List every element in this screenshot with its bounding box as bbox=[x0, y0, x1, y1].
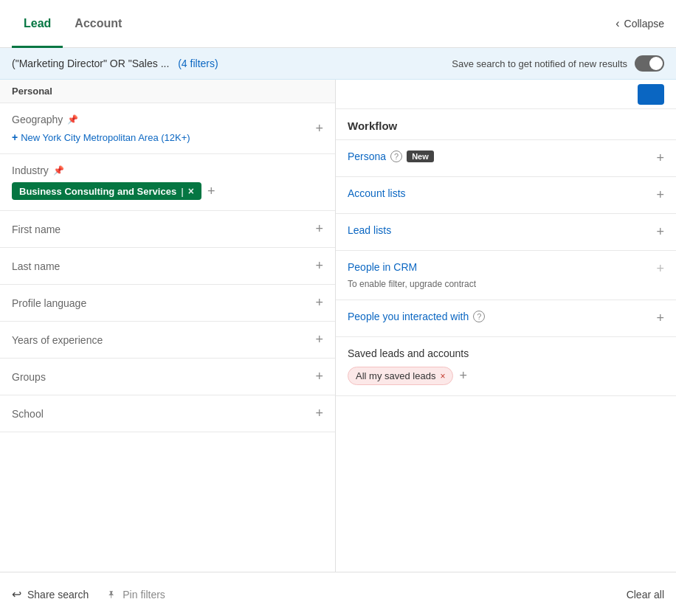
lead-lists-add-button[interactable]: + bbox=[656, 224, 664, 240]
people-in-crm-add-area: + bbox=[656, 261, 664, 277]
people-interacted-label: People you interacted with ? bbox=[348, 311, 485, 322]
industry-filter-row: Industry 📌 Business Consulting and Servi… bbox=[0, 154, 335, 211]
saved-section: Saved leads and accounts All my saved le… bbox=[336, 337, 676, 396]
persona-add-area: + bbox=[656, 150, 664, 166]
saved-add-button[interactable]: + bbox=[459, 368, 467, 384]
persona-help-icon[interactable]: ? bbox=[390, 150, 402, 162]
persona-label: Persona ? New bbox=[348, 150, 434, 162]
workflow-scroll-area[interactable]: Workflow Persona ? New + Acco bbox=[336, 109, 676, 572]
people-interacted-add-button[interactable]: + bbox=[656, 311, 664, 326]
pin-filters-icon: 🖈 bbox=[106, 589, 117, 601]
account-lists-label: Account lists bbox=[348, 187, 406, 199]
geography-value-link[interactable]: + New York City Metropolitan Area (12K+) bbox=[12, 131, 190, 143]
saved-tags-area: All my saved leads × + bbox=[348, 367, 664, 385]
personal-section-label: Personal bbox=[0, 80, 335, 103]
school-add-button[interactable]: + bbox=[315, 406, 323, 421]
save-search-toggle[interactable] bbox=[635, 55, 664, 72]
left-panel: Personal Geography 📌 + New York City Met… bbox=[0, 80, 336, 572]
share-search-label: Share search bbox=[27, 589, 89, 601]
groups-label: Groups bbox=[12, 371, 46, 383]
people-in-crm-filter-row: People in CRM To enable filter, upgrade … bbox=[336, 251, 676, 300]
right-panel: Workflow Persona ? New + Acco bbox=[336, 80, 676, 572]
main-container: Lead Account ‹ Collapse ("Marketing Dire… bbox=[0, 0, 676, 616]
last-name-label: Last name bbox=[12, 260, 60, 272]
lead-lists-add-area: + bbox=[656, 224, 664, 240]
upgrade-note-text: To enable filter, upgrade contract bbox=[348, 279, 656, 289]
persona-new-badge: New bbox=[407, 150, 434, 162]
partial-blue-button[interactable] bbox=[638, 84, 664, 105]
account-lists-add-button[interactable]: + bbox=[656, 187, 664, 203]
account-lists-filter-row: Account lists + bbox=[336, 177, 676, 214]
profile-language-label: Profile language bbox=[12, 297, 86, 309]
industry-tag: Business Consulting and Services | × bbox=[12, 182, 201, 200]
lead-lists-filter-row: Lead lists + bbox=[336, 214, 676, 251]
people-interacted-add-area: + bbox=[656, 311, 664, 326]
saved-tag-all-my-leads: All my saved leads × bbox=[348, 367, 453, 385]
geography-filter-label: Geography 📌 + New York City Metropolitan… bbox=[12, 114, 190, 143]
industry-filter-label: Industry 📌 Business Consulting and Servi… bbox=[12, 165, 215, 200]
tab-account[interactable]: Account bbox=[63, 0, 134, 48]
clear-all-button[interactable]: Clear all bbox=[627, 589, 664, 601]
first-name-filter-row: First name + bbox=[0, 211, 335, 248]
save-search-label: Save search to get notified of new resul… bbox=[452, 58, 627, 69]
school-label: School bbox=[12, 408, 44, 420]
top-partial-area bbox=[336, 80, 676, 109]
years-experience-filter-row: Years of experience + bbox=[0, 322, 335, 359]
people-in-crm-content: People in CRM To enable filter, upgrade … bbox=[348, 261, 656, 289]
industry-pin-icon: 📌 bbox=[53, 165, 64, 176]
geography-pin-icon: 📌 bbox=[67, 114, 78, 125]
people-in-crm-add-button: + bbox=[656, 261, 664, 277]
geography-add-button[interactable]: + bbox=[315, 121, 323, 136]
profile-language-add-button[interactable]: + bbox=[315, 295, 323, 311]
interacted-help-icon[interactable]: ? bbox=[473, 311, 485, 322]
groups-add-button[interactable]: + bbox=[315, 369, 323, 384]
last-name-filter-row: Last name + bbox=[0, 248, 335, 285]
years-experience-label: Years of experience bbox=[12, 334, 103, 346]
saved-section-title: Saved leads and accounts bbox=[348, 347, 664, 359]
persona-add-button[interactable]: + bbox=[656, 150, 664, 166]
share-search-icon: ↩ bbox=[12, 587, 21, 601]
lead-lists-label: Lead lists bbox=[348, 224, 391, 236]
filter-count-badge: (4 filters) bbox=[178, 58, 218, 69]
people-interacted-filter-row: People you interacted with ? + bbox=[336, 300, 676, 337]
school-filter-row: School + bbox=[0, 395, 335, 432]
tabs-header: Lead Account ‹ Collapse bbox=[0, 0, 676, 48]
account-lists-add-area: + bbox=[656, 187, 664, 203]
pin-filters-label: Pin filters bbox=[123, 589, 165, 601]
profile-language-filter-row: Profile language + bbox=[0, 285, 335, 322]
last-name-add-button[interactable]: + bbox=[315, 258, 323, 274]
content-area: Personal Geography 📌 + New York City Met… bbox=[0, 80, 676, 572]
groups-filter-row: Groups + bbox=[0, 359, 335, 395]
chevron-left-icon: ‹ bbox=[615, 17, 619, 30]
people-in-crm-label: People in CRM bbox=[348, 261, 656, 273]
search-bar: ("Marketing Director" OR "Sales ... (4 f… bbox=[0, 48, 676, 80]
workflow-section-header: Workflow bbox=[336, 109, 676, 140]
collapse-button[interactable]: ‹ Collapse bbox=[615, 17, 664, 30]
share-search-button[interactable]: ↩ Share search bbox=[12, 587, 89, 601]
persona-filter-row: Persona ? New + bbox=[336, 140, 676, 177]
filters-list: Geography 📌 + New York City Metropolitan… bbox=[0, 103, 335, 572]
first-name-add-button[interactable]: + bbox=[315, 221, 323, 237]
first-name-label: First name bbox=[12, 224, 61, 235]
geography-filter-row: Geography 📌 + New York City Metropolitan… bbox=[0, 103, 335, 154]
saved-tag-remove-button[interactable]: × bbox=[440, 371, 445, 381]
save-search-area: Save search to get notified of new resul… bbox=[452, 55, 664, 72]
tab-lead[interactable]: Lead bbox=[12, 0, 63, 48]
industry-inline-add[interactable]: + bbox=[207, 184, 215, 199]
search-query-text: ("Marketing Director" OR "Sales ... bbox=[12, 58, 169, 69]
pin-filters-button[interactable]: 🖈 Pin filters bbox=[106, 589, 165, 601]
saved-tag-label: All my saved leads bbox=[356, 370, 435, 381]
bottom-bar: ↩ Share search 🖈 Pin filters Clear all bbox=[0, 572, 676, 616]
years-experience-add-button[interactable]: + bbox=[315, 332, 323, 347]
search-query-area: ("Marketing Director" OR "Sales ... (4 f… bbox=[12, 58, 218, 69]
industry-tag-remove[interactable]: × bbox=[188, 185, 194, 197]
